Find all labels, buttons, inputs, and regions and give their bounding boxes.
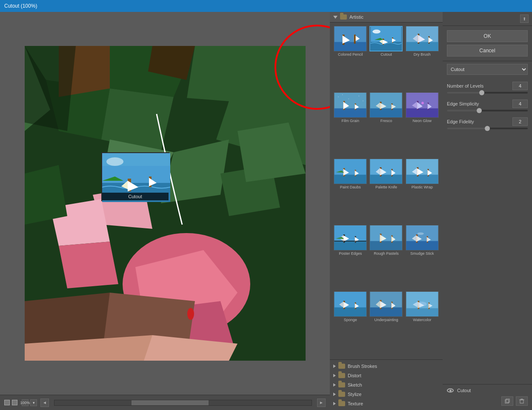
svg-point-47: [373, 30, 381, 34]
edge-fidelity-track[interactable]: [447, 128, 528, 129]
filter-thumb-rough-pastels[interactable]: Rough Pastels: [369, 225, 403, 290]
filter-thumb-plastic-wrap[interactable]: Plastic Wrap: [405, 159, 439, 223]
thumb-label-plastic-wrap: Plastic Wrap: [412, 185, 433, 189]
edge-simplicity-fill: [447, 110, 479, 111]
filter-thumb-underpainting[interactable]: Underpainting: [369, 291, 403, 356]
filter-thumb-fresco[interactable]: Fresco: [369, 92, 403, 157]
svg-point-86: [421, 102, 424, 104]
edge-fidelity-slider-row: Edge Fidelity: [447, 117, 528, 129]
zoom-display: 100%: [20, 401, 30, 405]
expand-panel-icon[interactable]: ⬆: [520, 14, 529, 23]
number-of-levels-value[interactable]: [512, 82, 528, 90]
filter-thumb-smudge-stick[interactable]: Smudge Stick: [405, 225, 439, 290]
thumb-label-neon-glow: Neon Glow: [413, 119, 432, 123]
svg-marker-27: [25, 46, 76, 131]
thumb-label-smudge-stick: Smudge Stick: [410, 251, 434, 256]
canvas-container: Cutout: [0, 12, 330, 395]
filter-thumb-sponge[interactable]: Sponge: [333, 291, 367, 356]
svg-rect-46: [371, 42, 402, 51]
edge-simplicity-value[interactable]: [512, 100, 528, 108]
cancel-button[interactable]: Cancel: [447, 45, 528, 57]
artistic-section-header[interactable]: Artistic: [330, 12, 443, 23]
filter-thumb-dry-brush[interactable]: Dry Brush: [405, 26, 439, 91]
category-sketch-label: Sketch: [348, 382, 362, 387]
thumb-label-watercolor: Watercolor: [413, 318, 431, 322]
thumb-img-plastic-wrap: [406, 159, 439, 184]
svg-rect-123: [406, 241, 438, 250]
title-bar: Cutout (100%): [0, 0, 532, 12]
edge-simplicity-label: Edge Simplicity: [447, 101, 479, 106]
scroll-left-arrow[interactable]: ◄: [40, 399, 49, 407]
cutout-big-label: Cutout: [102, 193, 169, 200]
filter-thumb-poster-edges[interactable]: Poster Edges: [333, 225, 367, 290]
number-of-levels-slider-row: Number of Levels: [447, 82, 528, 94]
filter-thumb-palette-knife[interactable]: Palette Knife: [369, 159, 403, 223]
filter-thumb-neon-glow[interactable]: Neon Glow: [405, 92, 439, 157]
ok-button[interactable]: OK: [447, 30, 528, 42]
expand-stylize-icon: [333, 393, 336, 396]
category-sketch[interactable]: Sketch: [330, 380, 443, 390]
folder-distort-icon: [338, 373, 345, 378]
filter-thumb-paint-daubs[interactable]: Paint Daubs: [333, 159, 367, 223]
artwork-svg: [25, 46, 306, 361]
thumb-img-rough-pastels: [369, 225, 403, 251]
filter-thumb-watercolor[interactable]: Watercolor: [405, 291, 439, 356]
zoom-dropdown[interactable]: ▾: [30, 399, 37, 406]
svg-rect-117: [370, 241, 402, 250]
category-distort-label: Distort: [348, 373, 361, 378]
thumb-label-cutout: Cutout: [380, 52, 392, 57]
eye-pupil: [449, 390, 452, 392]
category-texture[interactable]: Texture: [330, 399, 443, 408]
new-effect-icon: [504, 398, 510, 404]
svg-rect-80: [406, 108, 438, 117]
active-effect-name: Cutout: [457, 388, 528, 393]
svg-rect-44: [354, 34, 356, 43]
thumb-label-palette-knife: Palette Knife: [375, 185, 397, 189]
scroll-right-arrow[interactable]: ►: [317, 399, 326, 407]
filter-thumbnails-grid: Colored Pencil: [330, 23, 443, 359]
folder-texture-icon: [338, 401, 345, 406]
cutout-big-preview: Cutout: [101, 152, 169, 201]
zoom-value-box: 100%: [22, 399, 29, 406]
settings-spacer: [443, 134, 532, 384]
scrollbar-thumb: [132, 400, 209, 405]
edge-fidelity-value[interactable]: [512, 117, 528, 126]
visibility-eye-icon[interactable]: [447, 388, 454, 393]
edge-fidelity-label: Edge Fidelity: [447, 119, 474, 124]
edge-simplicity-slider-row: Edge Simplicity: [447, 100, 528, 111]
category-list: Brush Strokes Distort Sketch Stylize: [330, 359, 443, 410]
category-distort[interactable]: Distort: [330, 371, 443, 380]
filter-thumb-cutout[interactable]: Cutout: [369, 26, 403, 91]
edge-simplicity-track[interactable]: [447, 110, 528, 111]
category-texture-label: Texture: [348, 401, 363, 406]
svg-point-26: [187, 308, 194, 320]
svg-rect-102: [406, 175, 438, 184]
zoom-controls[interactable]: 100% ▾: [22, 399, 37, 406]
svg-rect-145: [406, 308, 438, 316]
category-stylize[interactable]: Stylize: [330, 390, 443, 399]
canvas-bottom-bar: 100% ▾ ◄ ►: [0, 395, 330, 410]
folder-stylize-icon: [338, 392, 345, 397]
svg-rect-156: [521, 399, 523, 400]
filter-select-dropdown[interactable]: Cutout Colored Pencil Dry Brush Fresco N…: [447, 64, 528, 75]
number-of-levels-fill: [447, 92, 482, 94]
thumb-label-paint-daubs: Paint Daubs: [340, 185, 361, 189]
edge-fidelity-thumb[interactable]: [485, 126, 490, 131]
svg-rect-109: [334, 241, 366, 250]
edge-simplicity-thumb[interactable]: [477, 108, 482, 113]
number-of-levels-thumb[interactable]: [479, 90, 484, 95]
thumb-img-poster-edges: [334, 225, 367, 251]
delete-effect-button[interactable]: [516, 396, 528, 406]
horizontal-scrollbar[interactable]: [54, 400, 312, 406]
canvas-area: Cutout 100% ▾ ◄: [0, 12, 330, 410]
filter-thumb-colored-pencil[interactable]: Colored Pencil: [333, 26, 367, 91]
svg-rect-152: [505, 400, 509, 403]
category-brush-strokes[interactable]: Brush Strokes: [330, 362, 443, 371]
new-effect-button[interactable]: [501, 396, 513, 406]
edge-simplicity-label-row: Edge Simplicity: [447, 100, 528, 108]
number-of-levels-track[interactable]: [447, 92, 528, 94]
svg-rect-55: [406, 42, 438, 51]
thumb-img-fresco: [369, 92, 403, 118]
filter-thumb-film-grain[interactable]: Film Grain: [333, 92, 367, 157]
filter-select-wrapper: Cutout Colored Pencil Dry Brush Fresco N…: [443, 61, 532, 77]
